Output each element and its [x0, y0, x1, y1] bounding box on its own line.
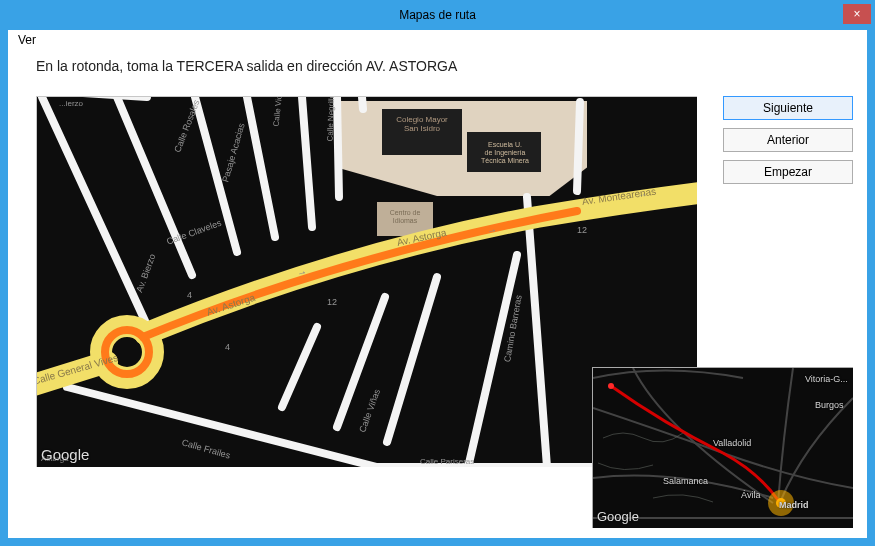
window-close-button[interactable]: × — [843, 4, 871, 24]
svg-line-14 — [577, 102, 580, 191]
city-valladolid: Valladolid — [713, 438, 751, 448]
num-4a: 4 — [187, 290, 192, 300]
svg-line-13 — [527, 197, 547, 467]
city-vitoria: Vitoria-G... — [805, 374, 848, 384]
svg-line-10 — [337, 297, 385, 427]
titlebar: Mapas de ruta × — [1, 1, 874, 29]
svg-line-2 — [117, 97, 192, 275]
client-area: Ver En la rotonda, toma la TERCERA salid… — [8, 30, 867, 538]
next-button[interactable]: Siguiente — [723, 96, 853, 120]
svg-line-7 — [362, 97, 363, 109]
svg-line-11 — [387, 277, 437, 442]
num-12a: 12 — [327, 297, 337, 307]
menu-ver[interactable]: Ver — [12, 32, 42, 48]
prev-button[interactable]: Anterior — [723, 128, 853, 152]
menu-bar: Ver — [8, 30, 867, 54]
instruction-text: En la rotonda, toma la TERCERA salida en… — [36, 58, 853, 74]
city-madrid: Madrid — [779, 500, 809, 510]
label-bierzo-small: ...ierzo — [59, 99, 83, 108]
svg-line-9 — [282, 327, 317, 407]
label-negrillos: Calle Negrillos — [326, 96, 337, 142]
overview-roads — [593, 368, 853, 528]
svg-point-20 — [608, 383, 614, 389]
city-salamanca: Salamanca — [663, 476, 708, 486]
num-4b: 4 — [225, 342, 230, 352]
label-pariseras: Calle Pariseras — [420, 457, 474, 466]
google-logo-overview: Google — [597, 509, 639, 524]
arrow-icon: → — [486, 224, 498, 237]
arrow-icon: → — [636, 189, 647, 201]
app-window: Mapas de ruta × Ver En la rotonda, toma … — [0, 0, 875, 546]
svg-line-4 — [247, 97, 275, 237]
city-burgos: Burgos — [815, 400, 844, 410]
sidebar: Siguiente Anterior Empezar — [723, 96, 853, 184]
svg-line-0 — [42, 97, 157, 347]
num-12b: 12 — [577, 225, 587, 235]
content: En la rotonda, toma la TERCERA salida en… — [8, 52, 867, 538]
layout: Colegio Mayor San Isidro Escuela U. de I… — [36, 96, 853, 528]
city-avila: Ávila — [741, 490, 761, 500]
window-title: Mapas de ruta — [399, 8, 476, 22]
svg-line-5 — [302, 97, 312, 227]
google-logo: Google — [41, 446, 89, 463]
map-overview[interactable]: Madrid Valladolid Salamanca Burgos Ávila… — [592, 367, 853, 528]
svg-line-6 — [337, 97, 339, 197]
start-button[interactable]: Empezar — [723, 160, 853, 184]
